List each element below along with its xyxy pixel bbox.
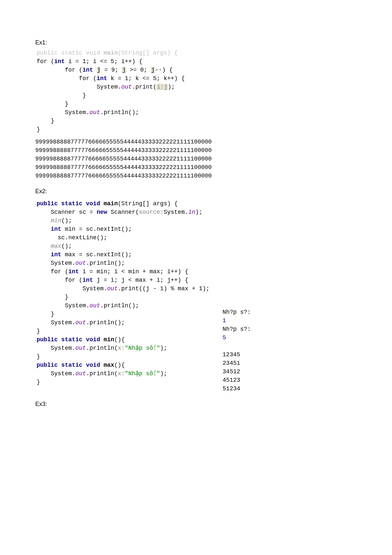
ex3-heading: Ex3:	[35, 401, 357, 408]
ex2-output: Nh?p s?: 1 Nh?p s?: 5 12345 23451 34512 …	[222, 308, 251, 393]
ex1-code: public static void main(String[] args) {…	[37, 49, 357, 134]
ex1-output: 9999988888777776666655555444443333322222…	[35, 138, 357, 180]
ex2-code: public static void main(String[] args) {…	[37, 199, 209, 386]
ex2-heading: Ex2:	[35, 188, 357, 195]
ex1-heading: Ex1:	[35, 39, 357, 46]
